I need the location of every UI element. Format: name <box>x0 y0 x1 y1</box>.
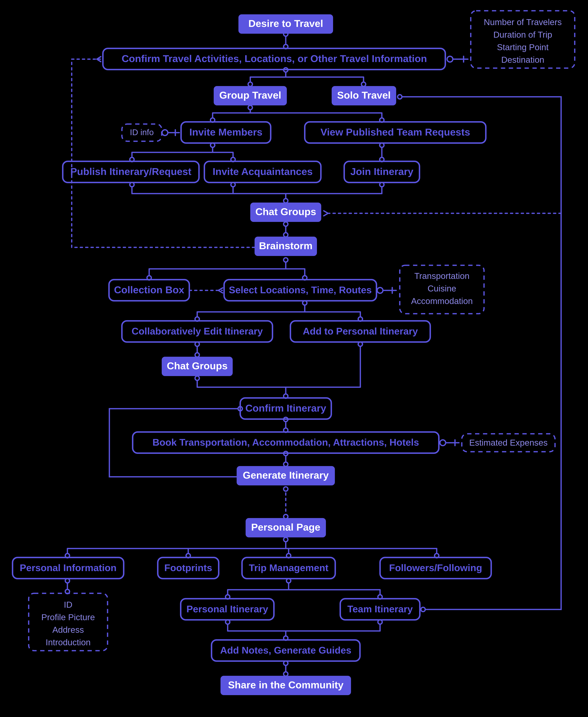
node-add-personal: Add to Personal Itinerary <box>290 321 430 342</box>
svg-text:Introduction: Introduction <box>46 638 91 647</box>
svg-point-55 <box>398 94 402 99</box>
edge <box>228 620 380 640</box>
node-chat-groups-2: Chat Groups <box>162 357 233 376</box>
node-label: Chat Groups <box>255 206 316 217</box>
node-label: Invite Acquaintances <box>213 166 313 177</box>
svg-text:Starting Point: Starting Point <box>497 42 549 52</box>
node-followers: Followers/Following <box>380 557 491 578</box>
node-label: Collaboratively Edit Itinerary <box>131 326 263 336</box>
node-team-itin: Team Itinerary <box>340 599 420 620</box>
edge <box>197 301 360 321</box>
node-label: Chat Groups <box>167 360 228 372</box>
svg-text:Cuisine: Cuisine <box>427 284 456 293</box>
svg-text:Destination: Destination <box>501 55 544 65</box>
node-brainstorm: Brainstorm <box>255 237 317 256</box>
annot-travel-params: Number of Travelers Duration of Trip Sta… <box>471 11 575 68</box>
svg-point-15 <box>284 222 288 226</box>
svg-point-16 <box>284 233 288 237</box>
svg-point-52 <box>162 130 168 135</box>
svg-point-14 <box>284 198 288 203</box>
svg-text:Address: Address <box>52 625 84 635</box>
node-label: Confirm Travel Activities, Locations, or… <box>122 53 427 64</box>
node-desire: Desire to Travel <box>238 14 333 34</box>
svg-point-36 <box>284 537 288 542</box>
svg-text:Accommodation: Accommodation <box>411 296 473 306</box>
node-publish-req: Publish Itinerary/Request <box>63 161 199 183</box>
node-confirm-itin: Confirm Itinerary <box>240 398 331 419</box>
node-label: Select Locations, Time, Routes <box>229 284 372 295</box>
annot-est-expenses: Estimated Expenses <box>462 434 555 452</box>
key-connector <box>162 130 179 135</box>
node-label: Trip Management <box>249 562 329 573</box>
node-view-team-req: View Published Team Requests <box>305 122 486 143</box>
node-label: Brainstorm <box>259 240 313 251</box>
edge <box>132 183 382 203</box>
node-label: Invite Members <box>189 126 262 138</box>
node-label: Confirm Itinerary <box>245 402 326 414</box>
key-connector <box>440 440 459 446</box>
node-label: Personal Information <box>20 562 117 573</box>
node-group-travel: Group Travel <box>214 86 287 105</box>
node-label: Desire to Travel <box>248 18 323 29</box>
node-label: Footprints <box>164 562 212 573</box>
node-confirm-info: Confirm Travel Activities, Locations, or… <box>103 48 445 69</box>
node-personal-info: Personal Information <box>13 557 124 578</box>
node-label: Add Notes, Generate Guides <box>220 645 351 655</box>
node-label: Team Itinerary <box>347 604 413 614</box>
node-label: Solo Travel <box>337 89 391 101</box>
svg-point-24 <box>195 353 200 357</box>
svg-point-56 <box>421 607 425 612</box>
node-personal-page: Personal Page <box>246 518 326 537</box>
node-share: Share in the Community <box>220 676 351 695</box>
svg-point-53 <box>377 288 383 293</box>
annot-personal-detail: ID Profile Picture Address Introduction <box>29 593 108 651</box>
edge <box>228 579 380 599</box>
edge <box>149 258 305 280</box>
node-label: Personal Itinerary <box>186 604 268 614</box>
node-label: Share in the Community <box>228 679 343 691</box>
svg-text:Number of Travelers: Number of Travelers <box>484 17 562 27</box>
node-footprints: Footprints <box>158 557 219 578</box>
node-label: Book Transportation, Accommodation, Attr… <box>152 437 419 448</box>
svg-text:Profile Picture: Profile Picture <box>41 612 95 622</box>
annot-brainstorm-cat: Transportation Cuisine Accommodation <box>400 265 484 314</box>
node-label: View Published Team Requests <box>320 126 470 138</box>
node-label: Add to Personal Itinerary <box>303 326 418 336</box>
arrowhead <box>324 211 328 216</box>
node-book: Book Transportation, Accommodation, Attr… <box>133 432 439 453</box>
svg-point-25 <box>195 376 200 380</box>
edge <box>132 143 233 161</box>
node-label: Publish Itinerary/Request <box>70 166 191 177</box>
node-invite-members: Invite Members <box>181 122 271 143</box>
svg-point-17 <box>284 258 288 262</box>
node-label: Generate Itinerary <box>243 469 329 481</box>
edge <box>250 68 363 86</box>
node-select-loc: Select Locations, Time, Routes <box>224 280 376 301</box>
svg-text:Duration of Trip: Duration of Trip <box>493 30 552 39</box>
node-collab-edit: Collaboratively Edit Itinerary <box>122 321 272 342</box>
node-label: Join Itinerary <box>350 166 413 177</box>
svg-point-1 <box>248 82 252 86</box>
node-label: Group Travel <box>219 89 281 101</box>
svg-text:ID info: ID info <box>130 128 154 137</box>
svg-point-54 <box>440 440 446 446</box>
flowchart-canvas: Desire to Travel Confirm Travel Activiti… <box>0 0 588 717</box>
edge <box>213 106 382 122</box>
edge <box>67 538 437 557</box>
svg-point-50 <box>284 672 288 676</box>
node-label: Followers/Following <box>389 562 482 573</box>
node-add-notes: Add Notes, Generate Guides <box>212 640 360 661</box>
svg-text:Transportation: Transportation <box>414 271 469 281</box>
node-label: Collection Box <box>114 284 184 295</box>
node-generate-itin: Generate Itinerary <box>237 466 335 485</box>
node-invite-acq: Invite Acquaintances <box>204 161 321 183</box>
key-connector <box>447 56 468 62</box>
annot-id-info: ID info <box>122 124 162 141</box>
edge-long-right <box>398 97 561 609</box>
node-label: Personal Page <box>251 522 320 533</box>
node-chat-groups: Chat Groups <box>250 203 321 222</box>
svg-point-2 <box>361 82 366 86</box>
node-trip-mgmt: Trip Management <box>242 557 335 578</box>
node-solo-travel: Solo Travel <box>332 86 396 105</box>
svg-point-3 <box>248 105 252 110</box>
